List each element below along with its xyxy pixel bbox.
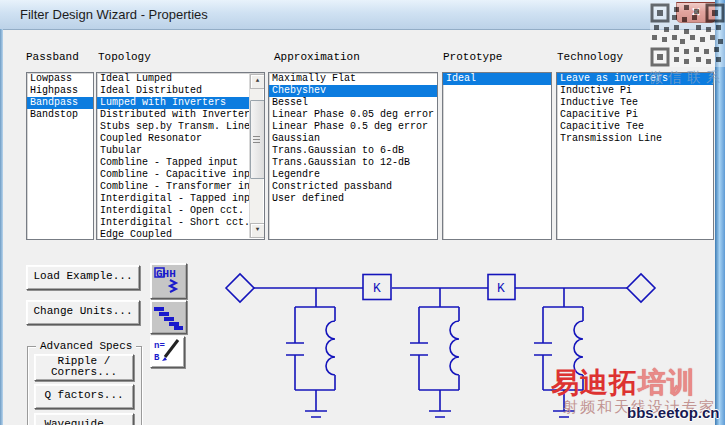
list-item[interactable]: Capacitive Tee: [557, 121, 713, 133]
list-item[interactable]: Linear Phase 0.05 deg error: [269, 109, 437, 121]
list-item[interactable]: Coupled Resonator: [97, 133, 250, 145]
topology-label: Topology: [98, 51, 151, 63]
load-example-button[interactable]: Load Example...: [26, 265, 140, 290]
list-item[interactable]: Capacitive Pi: [557, 109, 713, 121]
list-item[interactable]: Stubs sep.by Transm. Line: [97, 121, 250, 133]
list-item[interactable]: Bandpass: [27, 97, 93, 109]
list-item[interactable]: Combline - Transformer input: [97, 181, 250, 193]
list-item[interactable]: Edge Coupled: [97, 229, 250, 240]
list-item[interactable]: Leave as inverters: [557, 73, 713, 85]
advanced-specs-label: Advanced Specs: [36, 340, 136, 352]
list-item[interactable]: Trans.Gaussian to 12-dB: [269, 157, 437, 169]
list-item[interactable]: Bandstop: [27, 109, 93, 121]
svg-text:B: B: [154, 353, 160, 363]
prototype-label: Prototype: [443, 51, 502, 63]
list-item[interactable]: Ideal Distributed: [97, 85, 250, 97]
list-item[interactable]: Gaussian: [269, 133, 437, 145]
steps-icon: [152, 301, 185, 331]
svg-text:GHH: GHH: [156, 268, 176, 280]
list-item[interactable]: Maximally Flat: [269, 73, 437, 85]
close-button[interactable]: ✕: [676, 2, 716, 23]
topology-listbox: Ideal LumpedIdeal DistributedLumped with…: [96, 72, 265, 240]
list-item[interactable]: Interdigital - Open cct.: [97, 205, 250, 217]
list-item[interactable]: Tubular: [97, 145, 250, 157]
list-item[interactable]: Distributed with Inverters: [97, 109, 250, 121]
scrollbar-thumb[interactable]: [250, 100, 265, 179]
approximation-label: Approximation: [274, 51, 360, 63]
approximation-listbox: Maximally FlatChebyshevBesselLinear Phas…: [268, 72, 438, 240]
list-item[interactable]: Ideal: [443, 73, 551, 85]
window-right-border: [715, 0, 725, 425]
scroll-down-button[interactable]: ▼: [250, 223, 265, 238]
list-item[interactable]: Chebyshev: [269, 85, 437, 97]
filter-response-icon-button[interactable]: GHH: [150, 263, 187, 299]
filter-response-icon: GHH: [152, 264, 185, 296]
technology-label: Technology: [557, 51, 623, 63]
list-item[interactable]: Transmission Line: [557, 133, 713, 145]
topology-scrollbar[interactable]: ▲ ▼: [249, 74, 263, 238]
k-inverter-symbol: K: [373, 281, 381, 296]
list-item[interactable]: Linear Phase 0.5 deg error: [269, 121, 437, 133]
list-item[interactable]: Lowpass: [27, 73, 93, 85]
change-units-button[interactable]: Change Units...: [26, 300, 140, 325]
k-inverter-symbol: K: [497, 281, 505, 296]
list-item[interactable]: Constricted passband: [269, 181, 437, 193]
list-item[interactable]: Legendre: [269, 169, 437, 181]
window-title: Filter Design Wizard - Properties: [20, 7, 208, 22]
list-item[interactable]: User defined: [269, 193, 437, 205]
port-right-diamond: [627, 274, 655, 302]
order-edit-icon: n= B: [152, 337, 183, 365]
list-item[interactable]: Ideal Lumped: [97, 73, 250, 85]
list-item[interactable]: Inductive Tee: [557, 97, 713, 109]
waveguide-button[interactable]: Waveguide...: [34, 413, 134, 425]
q-factors-button[interactable]: Q factors...: [34, 384, 134, 409]
passband-label: Passband: [26, 51, 79, 63]
list-item[interactable]: Interdigital - Tapped input: [97, 193, 250, 205]
filter-design-wizard-dialog: { "window": { "title": "Filter Design Wi…: [0, 0, 725, 425]
list-item[interactable]: Bessel: [269, 97, 437, 109]
list-item[interactable]: Combline - Tapped input: [97, 157, 250, 169]
filter-schematic: K K: [220, 255, 716, 425]
list-item[interactable]: Highpass: [27, 85, 93, 97]
port-left-diamond: [226, 274, 254, 302]
prototype-listbox: Ideal: [442, 72, 552, 240]
list-item[interactable]: Trans.Gaussian to 6-dB: [269, 145, 437, 157]
passband-listbox: LowpassHighpassBandpassBandstop: [26, 72, 94, 240]
ripple-corners-button[interactable]: Ripple / Corners...: [34, 354, 134, 381]
steps-icon-button[interactable]: [150, 300, 187, 334]
list-item[interactable]: Inductive Pi: [557, 85, 713, 97]
window-left-border: [0, 29, 3, 425]
svg-text:n=: n=: [154, 341, 165, 351]
technology-listbox: Leave as invertersInductive PiInductive …: [556, 72, 714, 240]
list-item[interactable]: Interdigital - Short cct.: [97, 217, 250, 229]
scroll-up-button[interactable]: ▲: [250, 74, 265, 89]
list-item[interactable]: Combline - Capacitive input: [97, 169, 250, 181]
list-item[interactable]: Lumped with Inverters: [97, 97, 250, 109]
order-edit-icon-button[interactable]: n= B: [150, 336, 185, 368]
